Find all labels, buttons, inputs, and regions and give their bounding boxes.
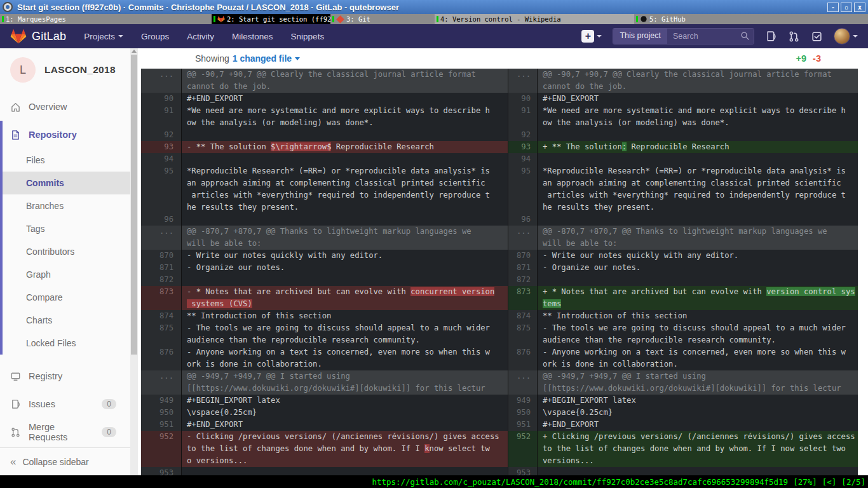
diff-line-content: \vspace{0.25cm} bbox=[182, 407, 508, 419]
sidebar-scrollbar[interactable] bbox=[130, 48, 138, 475]
diff-line-number[interactable]: 96 bbox=[141, 214, 182, 226]
diff-line-number[interactable]: 92 bbox=[141, 129, 182, 141]
diff-line-number[interactable]: 92 bbox=[508, 129, 538, 141]
tab-indicator bbox=[214, 16, 215, 22]
nav-activity[interactable]: Activity bbox=[187, 32, 214, 41]
sidebar-item-compare[interactable]: Compare bbox=[3, 286, 130, 309]
diff-line-number[interactable]: 876 bbox=[508, 346, 538, 370]
sidebar-item-merge-requests[interactable]: Merge Requests 0 bbox=[0, 418, 130, 446]
diff-row: ...@@ -90,7 +90,7 @@ Clearly the classic… bbox=[141, 69, 508, 93]
new-menu-button[interactable]: + bbox=[581, 30, 602, 43]
statusbar-tab-counter: [2/5] bbox=[841, 477, 865, 487]
sidebar-item-branches[interactable]: Branches bbox=[3, 194, 130, 217]
collapse-sidebar-button[interactable]: « Collapse sidebar bbox=[0, 447, 130, 475]
diff-row: 949#+BEGIN_EXPORT latex bbox=[141, 395, 508, 407]
diff-line-number[interactable]: 950 bbox=[141, 407, 182, 419]
diff-line-content bbox=[182, 129, 508, 141]
gitlab-logo[interactable]: GitLab bbox=[10, 28, 66, 44]
diff-line-number[interactable]: 871 bbox=[508, 262, 538, 274]
close-button[interactable]: x bbox=[854, 3, 865, 12]
diff-row: 875- The tools we are going to discuss s… bbox=[508, 322, 858, 346]
sidebar-item-overview[interactable]: Overview bbox=[0, 93, 130, 121]
nav-snippets[interactable]: Snippets bbox=[291, 32, 325, 41]
merge-request-icon bbox=[10, 427, 21, 438]
diff-line-number[interactable]: 951 bbox=[141, 419, 182, 431]
diff-row: ...@@ -870,7 +870,7 @@ Thanks to lightwe… bbox=[508, 226, 858, 250]
diff-line-content: - Clicking /previous versions/ (/ancienn… bbox=[182, 431, 508, 467]
diff-row: ...@@ -870,7 +870,7 @@ Thanks to lightwe… bbox=[141, 226, 508, 250]
sidebar-item-issues[interactable]: Issues 0 bbox=[0, 390, 130, 418]
diff-line-number[interactable]: 952 bbox=[141, 431, 182, 467]
user-menu[interactable] bbox=[834, 28, 858, 44]
diff-stats: +9 -3 bbox=[796, 53, 821, 64]
diff-line-number[interactable]: 876 bbox=[141, 346, 182, 370]
diff-line-number[interactable]: 872 bbox=[141, 274, 182, 286]
diff-line-number[interactable]: 870 bbox=[508, 250, 538, 262]
diff-line-number[interactable]: 949 bbox=[141, 395, 182, 407]
diff-line-number[interactable]: 953 bbox=[508, 467, 538, 475]
diff-line-number[interactable]: 90 bbox=[508, 93, 538, 105]
diff-line-number[interactable]: 870 bbox=[141, 250, 182, 262]
diff-row: 93- ** The solution $\rightarrow$ Reprod… bbox=[141, 141, 508, 153]
diff-line-number[interactable]: 91 bbox=[508, 105, 538, 129]
diff-line-number[interactable]: 952 bbox=[508, 431, 538, 467]
diff-line-number[interactable]: 874 bbox=[508, 310, 538, 322]
diff-line-number[interactable]: 951 bbox=[508, 419, 538, 431]
issues-icon[interactable] bbox=[765, 30, 777, 43]
diff-line-number[interactable]: 953 bbox=[141, 467, 182, 475]
tab-github[interactable]: 5: GitHub bbox=[634, 14, 868, 24]
nav-groups[interactable]: Groups bbox=[141, 32, 169, 41]
sidebar-item-locked-files[interactable]: Locked Files bbox=[3, 332, 130, 355]
minimize-button[interactable]: - bbox=[827, 3, 839, 12]
maximize-button[interactable]: ▫ bbox=[841, 3, 852, 12]
diff-line-number[interactable]: 95 bbox=[508, 165, 538, 214]
diff-line-number[interactable]: 873 bbox=[141, 286, 182, 310]
diff-line-number[interactable]: 875 bbox=[141, 322, 182, 346]
nav-milestones[interactable]: Milestones bbox=[232, 32, 273, 41]
tab-label: 2: Start git section (ff927c… bbox=[227, 15, 330, 23]
diff-row: 953 bbox=[508, 467, 858, 475]
diff-line-number[interactable]: 871 bbox=[141, 262, 182, 274]
tab-wikipedia[interactable]: 4: Version control - Wikipedia bbox=[435, 14, 634, 24]
diff-line-number[interactable]: 95 bbox=[141, 165, 182, 214]
diff-line-content: ** Introduction of this section bbox=[182, 310, 508, 322]
diff-line-number[interactable]: 872 bbox=[508, 274, 538, 286]
diff-row: 874** Introduction of this section bbox=[141, 310, 508, 322]
diff-line-number[interactable]: 950 bbox=[508, 407, 538, 419]
diff-line-content: *We need are more systematic and more ex… bbox=[182, 105, 508, 129]
diff-line-number[interactable]: 91 bbox=[141, 105, 182, 129]
sidebar-item-files[interactable]: Files bbox=[3, 149, 130, 172]
project-header[interactable]: L LASCON_2018 bbox=[0, 48, 130, 89]
diff-line-number[interactable]: 94 bbox=[508, 153, 538, 165]
diff-line-number[interactable]: 93 bbox=[141, 141, 182, 153]
diff-row: 950\vspace{0.25cm} bbox=[141, 407, 508, 419]
diff-line-number[interactable]: 874 bbox=[141, 310, 182, 322]
todos-icon[interactable] bbox=[811, 30, 823, 43]
diff-line-number[interactable]: 90 bbox=[141, 93, 182, 105]
tab-gitlab-commit[interactable]: 2: Start git section (ff927c… bbox=[212, 14, 330, 24]
sidebar-item-tags[interactable]: Tags bbox=[3, 217, 130, 240]
tab-git[interactable]: 3: Git bbox=[330, 14, 435, 24]
sidebar-item-registry[interactable]: Registry bbox=[0, 362, 130, 390]
sidebar-item-repository[interactable]: Repository bbox=[3, 121, 130, 149]
sidebar-item-graph[interactable]: Graph bbox=[3, 263, 130, 286]
diff-line-number[interactable]: 94 bbox=[141, 153, 182, 165]
diff-line-number[interactable]: 873 bbox=[508, 286, 538, 310]
sidebar-item-commits[interactable]: Commits bbox=[3, 172, 130, 194]
diff-line-number[interactable]: 96 bbox=[508, 214, 538, 226]
changed-files-dropdown[interactable]: 1 changed file bbox=[233, 53, 300, 64]
tab-indicator bbox=[636, 16, 638, 22]
sidebar-item-contributors[interactable]: Contributors bbox=[3, 240, 130, 263]
scrollbar-thumb[interactable] bbox=[131, 55, 137, 355]
diff-line-number: ... bbox=[141, 69, 182, 93]
sidebar-item-charts[interactable]: Charts bbox=[3, 309, 130, 332]
scrollbar-up-arrow[interactable] bbox=[132, 50, 137, 53]
diff-line-content: - Write our notes quickly with any edito… bbox=[538, 250, 858, 262]
tab-marquespages[interactable]: 1: MarquesPages bbox=[0, 14, 212, 24]
diff-line-number[interactable]: 93 bbox=[508, 141, 538, 153]
nav-projects[interactable]: Projects bbox=[84, 32, 123, 41]
diff-line-number[interactable]: 949 bbox=[508, 395, 538, 407]
merge-request-icon[interactable] bbox=[788, 30, 800, 43]
diff-line-number[interactable]: 875 bbox=[508, 322, 538, 346]
diff-row: 870- Write our notes quickly with any ed… bbox=[508, 250, 858, 262]
